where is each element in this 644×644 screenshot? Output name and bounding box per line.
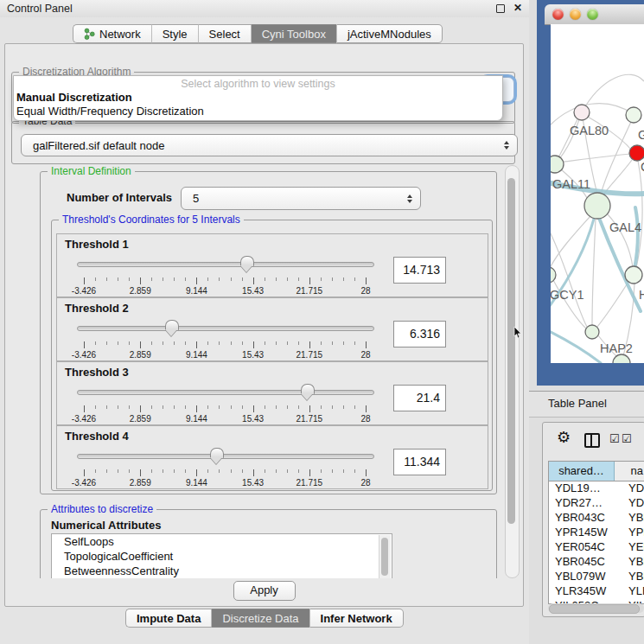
restore-icon[interactable] xyxy=(496,4,505,13)
scrollbar-thumb[interactable] xyxy=(507,178,515,524)
attribute-item[interactable]: SelfLoops xyxy=(52,534,392,549)
column-header-name[interactable]: na xyxy=(615,462,644,481)
top-tab-bar: Network Style Select Cyni Toolbox jActiv… xyxy=(73,24,443,43)
table-row[interactable]: YDL19… YDL1 xyxy=(549,481,644,496)
slider-track[interactable] xyxy=(77,454,374,459)
tab-impute-data[interactable]: Impute Data xyxy=(125,609,211,628)
gear-icon[interactable]: ⚙ xyxy=(557,430,571,445)
network-edge xyxy=(592,219,596,325)
number-of-intervals-combo[interactable]: 5 xyxy=(181,187,421,210)
popup-item-equal-width-frequency[interactable]: Equal Width/Frequency Discretization xyxy=(14,105,502,118)
apply-button[interactable]: Apply xyxy=(233,581,296,601)
network-edge-thick xyxy=(634,207,638,269)
network-node[interactable] xyxy=(551,267,556,283)
attribute-item[interactable]: BetweennessCentrality xyxy=(52,564,392,578)
popup-item-manual-discretization[interactable]: Manual Discretization xyxy=(14,91,502,105)
table-row[interactable]: YDR27… YDR2 xyxy=(549,496,644,511)
slider-thumb[interactable] xyxy=(165,320,179,330)
columns-icon[interactable] xyxy=(584,433,600,448)
tab-select[interactable]: Select xyxy=(198,24,251,43)
threshold-value-field[interactable]: 14.713 xyxy=(393,257,446,284)
mac-close-button[interactable] xyxy=(552,9,564,20)
network-node[interactable] xyxy=(625,266,642,284)
combo-value: 5 xyxy=(193,192,199,205)
tab-jactivemnodules[interactable]: jActiveMNodules xyxy=(336,24,443,43)
node-label: GAL11 xyxy=(552,177,590,191)
threshold-slider[interactable]: -3.4262.8599.14415.4321.71528 xyxy=(75,319,378,359)
group-title: Interval Definition xyxy=(48,165,135,177)
panel-title: Control Panel xyxy=(7,3,73,15)
slider-track[interactable] xyxy=(77,326,374,331)
network-canvas[interactable]: GAL80GACGAL11GAL4GCY1HHAP2 xyxy=(551,24,644,363)
checkbox-icon[interactable]: ☑ xyxy=(622,432,632,445)
table-hscrollbar[interactable] xyxy=(548,603,644,613)
slider-thumb[interactable] xyxy=(301,384,315,394)
interval-definition-group: Interval Definition Number of Intervals … xyxy=(40,171,497,494)
cell-shared-name: YBR043C xyxy=(549,511,620,526)
threshold-slider[interactable]: -3.4262.8599.14415.4321.71528 xyxy=(75,447,378,487)
threshold-slider[interactable]: -3.4262.8599.14415.4321.71528 xyxy=(75,255,378,295)
network-node[interactable] xyxy=(551,156,564,173)
table-data-group: Table Data galFiltered.sif default node xyxy=(11,121,515,164)
tab-label: Style xyxy=(163,28,188,41)
tab-style[interactable]: Style xyxy=(151,24,198,43)
table-row[interactable]: YBR045C YBR0 xyxy=(549,555,644,570)
table-rows: YDL19… YDL1 YDR27… YDR2 YBR043C YBR0 YPR… xyxy=(549,481,644,603)
panel-scrollbar[interactable] xyxy=(505,165,520,578)
algorithm-dropdown-popup: Select algorithm to view settings Manual… xyxy=(13,75,503,121)
threshold-value-field[interactable]: 11.344 xyxy=(393,449,446,475)
slider-thumb[interactable] xyxy=(240,256,254,266)
node-label: GA xyxy=(638,128,644,142)
slider-thumb[interactable] xyxy=(210,448,224,458)
table-data-combo[interactable]: galFiltered.sif default node xyxy=(21,134,518,156)
popup-hint: Select algorithm to view settings xyxy=(14,76,502,91)
scrollbar-thumb[interactable] xyxy=(549,604,640,614)
mac-zoom-button[interactable] xyxy=(587,9,598,20)
tab-infer-network[interactable]: Infer Network xyxy=(309,609,404,628)
threshold-box: Threshold 4 -3.4262.8599.14415.4321.7152… xyxy=(56,425,488,489)
threshold-slider[interactable]: -3.4262.8599.14415.4321.71528 xyxy=(75,383,378,423)
network-node[interactable] xyxy=(585,325,599,339)
cell-name: YDR2 xyxy=(620,496,644,511)
slider-track[interactable] xyxy=(77,390,374,395)
network-node[interactable] xyxy=(584,193,610,219)
checkbox-icon[interactable]: ☑ xyxy=(609,432,620,445)
close-icon[interactable]: ✕ xyxy=(513,2,522,14)
group-title: Attributes to discretize xyxy=(48,503,156,515)
bottom-tab-bar: Impute Data Discretize Data Infer Networ… xyxy=(125,609,404,628)
tab-cyni-toolbox[interactable]: Cyni Toolbox xyxy=(251,24,336,43)
cell-shared-name: YPR145W xyxy=(549,526,620,540)
slider-track[interactable] xyxy=(77,262,374,267)
network-window: GAL80GACGAL11GAL4GCY1HHAP2 xyxy=(537,0,644,386)
network-node[interactable] xyxy=(629,145,644,161)
network-node[interactable] xyxy=(626,107,641,123)
tab-network[interactable]: Network xyxy=(73,24,151,43)
table-row[interactable]: YLR345W YLR3 xyxy=(549,584,644,599)
table-row[interactable]: YPR145W YPR1 xyxy=(549,526,644,540)
network-node[interactable] xyxy=(574,105,590,120)
threshold-coordinates-group: Threshold's Coordinates for 5 Intervals … xyxy=(51,220,493,491)
threshold-value-field[interactable]: 6.316 xyxy=(393,321,446,348)
group-title: Threshold's Coordinates for 5 Intervals xyxy=(59,214,244,226)
tab-discretize-data[interactable]: Discretize Data xyxy=(211,609,309,628)
attributes-to-discretize-group: Attributes to discretize Numerical Attri… xyxy=(40,509,497,578)
tab-label: Cyni Toolbox xyxy=(262,28,326,41)
mac-minimize-button[interactable] xyxy=(570,9,581,20)
tab-label: Infer Network xyxy=(321,612,392,625)
attribute-item[interactable]: TopologicalCoefficient xyxy=(52,549,392,564)
threshold-value-field[interactable]: 21.4 xyxy=(393,385,446,411)
node-table: shared… na YDL19… YDL1 YDR27… YDR2 YBR04… xyxy=(548,461,644,604)
threshold-label: Threshold 4 xyxy=(65,430,129,443)
scrollbar-thumb[interactable] xyxy=(381,538,388,576)
table-row[interactable]: YBL079W YBL0 xyxy=(549,570,644,584)
settings-scroll-area: Interval Definition Number of Intervals … xyxy=(11,163,504,578)
stepper-icon xyxy=(407,194,412,203)
table-row[interactable]: YBR043C YBR0 xyxy=(549,511,644,526)
network-icon xyxy=(84,28,95,41)
network-edge xyxy=(557,154,630,163)
network-window-titlebar[interactable] xyxy=(545,4,644,25)
list-scrollbar[interactable] xyxy=(379,535,391,578)
column-header-shared-name[interactable]: shared… xyxy=(549,462,615,481)
numerical-attributes-list: SelfLoopsTopologicalCoefficientBetweenne… xyxy=(51,533,392,578)
table-row[interactable]: YER054C YER0 xyxy=(549,540,644,555)
